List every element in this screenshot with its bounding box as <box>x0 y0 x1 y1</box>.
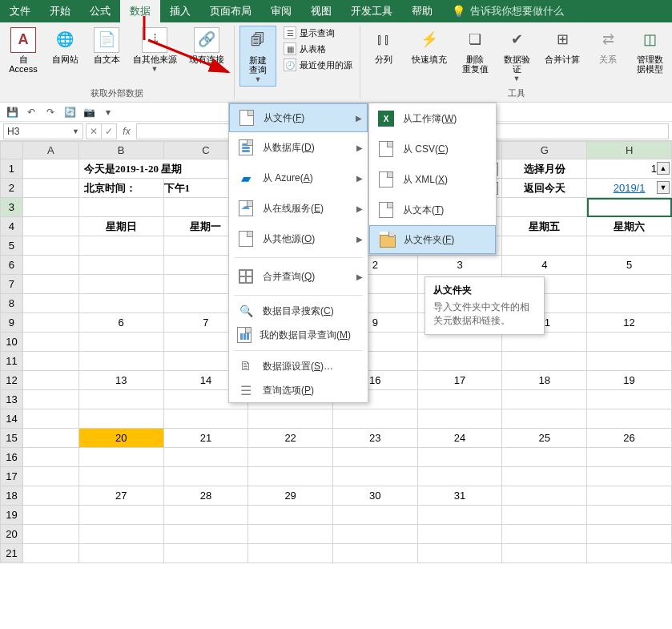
submenu-from-xml[interactable]: 从 XML(X) <box>369 164 496 195</box>
row-header-6[interactable]: 6 <box>1 256 23 275</box>
return-today-link[interactable]: 2019/1 <box>614 182 646 194</box>
cal-cell[interactable]: 18 <box>502 371 587 390</box>
qa-more-button[interactable]: ▾ <box>101 105 115 119</box>
from-text-button[interactable]: 📄 自文本 <box>88 26 125 66</box>
row-header-7[interactable]: 7 <box>1 275 23 294</box>
row-header-5[interactable]: 5 <box>1 236 23 256</box>
recent-sources-button[interactable]: 🕘最近使用的源 <box>281 58 355 72</box>
cal-cell[interactable]: 4 <box>502 256 587 275</box>
cal-cell[interactable]: 12 <box>587 313 672 333</box>
qa-refresh-button[interactable]: 🔄 <box>62 105 77 119</box>
cal-cell[interactable]: 29 <box>248 486 333 506</box>
row-header-10[interactable]: 10 <box>1 333 23 352</box>
cal-cell[interactable]: 3 <box>417 256 502 275</box>
month-spinner-down[interactable]: ▼ <box>657 181 670 194</box>
submenu-from-workbook[interactable]: X 从工作簿(W) <box>369 103 496 134</box>
cal-cell[interactable]: 17 <box>417 371 502 390</box>
submenu-from-csv[interactable]: 从 CSV(C) <box>369 134 496 164</box>
tab-file[interactable]: 文件 <box>0 0 40 22</box>
menu-from-other[interactable]: 从其他源(O) ▶ <box>229 224 368 254</box>
qa-camera-button[interactable]: 📷 <box>82 105 96 119</box>
cal-cell[interactable]: 26 <box>587 429 672 448</box>
tab-home[interactable]: 开始 <box>40 0 80 22</box>
row-header-16[interactable]: 16 <box>1 448 23 467</box>
qa-save-button[interactable]: 💾 <box>5 105 19 119</box>
row-header-14[interactable]: 14 <box>1 409 23 429</box>
tab-help[interactable]: 帮助 <box>402 0 442 22</box>
existing-connections-button[interactable]: 🔗 现有连接 <box>184 26 229 66</box>
tab-insert[interactable]: 插入 <box>160 0 200 22</box>
name-box[interactable]: H3 ▼ <box>3 123 83 139</box>
relationships-button[interactable]: ⇄关系 <box>590 26 626 66</box>
menu-query-options[interactable]: ☰ 查询选项(P) <box>229 378 368 402</box>
data-validation-button[interactable]: ✔数据验 证▼ <box>498 26 535 85</box>
row-header-2[interactable]: 2 <box>1 179 23 198</box>
cal-cell[interactable]: 21 <box>163 429 248 448</box>
row-header-8[interactable]: 8 <box>1 294 23 313</box>
fx-button[interactable]: fx <box>117 126 136 137</box>
enter-formula-button[interactable]: ✓ <box>101 123 117 139</box>
cal-cell[interactable]: 6 <box>78 313 163 333</box>
data-model-button[interactable]: ◫管理数 据模型 <box>631 26 668 75</box>
from-table-button[interactable]: ▦从表格 <box>281 42 355 56</box>
col-header-B[interactable]: B <box>78 142 163 159</box>
cal-cell[interactable]: 31 <box>417 486 502 506</box>
menu-catalog-search[interactable]: 🔍 数据目录搜索(C) <box>229 299 368 323</box>
tab-developer[interactable]: 开发工具 <box>341 0 402 22</box>
flash-fill-button[interactable]: ⚡快速填充 <box>407 26 452 66</box>
row-header-17[interactable]: 17 <box>1 467 23 486</box>
col-header-G[interactable]: G <box>502 142 587 159</box>
cal-cell[interactable]: 25 <box>502 429 587 448</box>
from-access-button[interactable]: A 自 Access <box>5 26 42 75</box>
cal-cell[interactable]: 5 <box>587 256 672 275</box>
from-other-button[interactable]: ⇣ 自其他来源 ▼ <box>130 26 179 75</box>
row-header-11[interactable]: 11 <box>1 352 23 371</box>
row-header-1[interactable]: 1 <box>1 159 23 179</box>
cal-cell[interactable]: 23 <box>332 429 417 448</box>
menu-from-database[interactable]: 从数据库(D) ▶ <box>229 132 368 163</box>
row-header-19[interactable]: 19 <box>1 506 23 525</box>
tab-data[interactable]: 数据 <box>120 0 160 22</box>
cal-cell[interactable]: 27 <box>78 486 163 506</box>
row-header-13[interactable]: 13 <box>1 390 23 409</box>
row-header-15[interactable]: 15 <box>1 429 23 448</box>
tab-pagelayout[interactable]: 页面布局 <box>200 0 261 22</box>
cancel-formula-button[interactable]: ✕ <box>86 123 102 139</box>
menu-merge-queries[interactable]: 合并查询(Q) ▶ <box>229 261 368 292</box>
show-queries-button[interactable]: ☰显示查询 <box>281 26 355 40</box>
consolidate-button[interactable]: ⊞合并计算 <box>540 26 585 66</box>
tab-view[interactable]: 视图 <box>301 0 341 22</box>
menu-from-azure[interactable]: ▰ 从 Azure(A) ▶ <box>229 163 368 193</box>
row-header-3[interactable]: 3 <box>1 198 23 217</box>
row-header-18[interactable]: 18 <box>1 486 23 506</box>
cal-cell[interactable]: 24 <box>417 429 502 448</box>
row-header-20[interactable]: 20 <box>1 525 23 544</box>
col-header-H[interactable]: H <box>587 142 672 159</box>
menu-from-online[interactable]: 从在线服务(E) ▶ <box>229 193 368 224</box>
remove-duplicates-button[interactable]: ❏删除 重复值 <box>457 26 493 75</box>
from-web-button[interactable]: 🌐 自网站 <box>46 26 83 66</box>
menu-datasource-settings[interactable]: 🗎 数据源设置(S)… <box>229 354 368 378</box>
cal-cell-today[interactable]: 20 <box>78 429 163 448</box>
row-header-4[interactable]: 4 <box>1 217 23 236</box>
cal-cell[interactable]: 28 <box>163 486 248 506</box>
cal-cell[interactable]: 30 <box>332 486 417 506</box>
text-to-columns-button[interactable]: ⫿⫿分列 <box>365 26 402 66</box>
selected-cell-H3[interactable] <box>587 198 672 217</box>
submenu-from-text[interactable]: 从文本(T) <box>369 195 496 225</box>
select-all-corner[interactable] <box>1 142 23 159</box>
row-header-21[interactable]: 21 <box>1 544 23 563</box>
cal-cell[interactable] <box>78 256 163 275</box>
tell-me-search[interactable]: 💡 告诉我你想要做什么 <box>442 0 573 22</box>
row-header-12[interactable]: 12 <box>1 371 23 390</box>
submenu-from-folder[interactable]: 从文件夹(F) <box>369 225 496 254</box>
tab-formulas[interactable]: 公式 <box>80 0 120 22</box>
menu-my-catalog[interactable]: 我的数据目录查询(M) <box>229 323 368 347</box>
col-header-A[interactable]: A <box>22 142 78 159</box>
cal-cell[interactable]: 19 <box>587 371 672 390</box>
cal-cell[interactable]: 13 <box>78 371 163 390</box>
cal-cell[interactable]: 22 <box>248 429 333 448</box>
menu-from-file[interactable]: 从文件(F) ▶ <box>229 103 368 132</box>
month-spinner-up[interactable]: ▲ <box>657 162 670 175</box>
cal-cell[interactable] <box>502 486 587 506</box>
